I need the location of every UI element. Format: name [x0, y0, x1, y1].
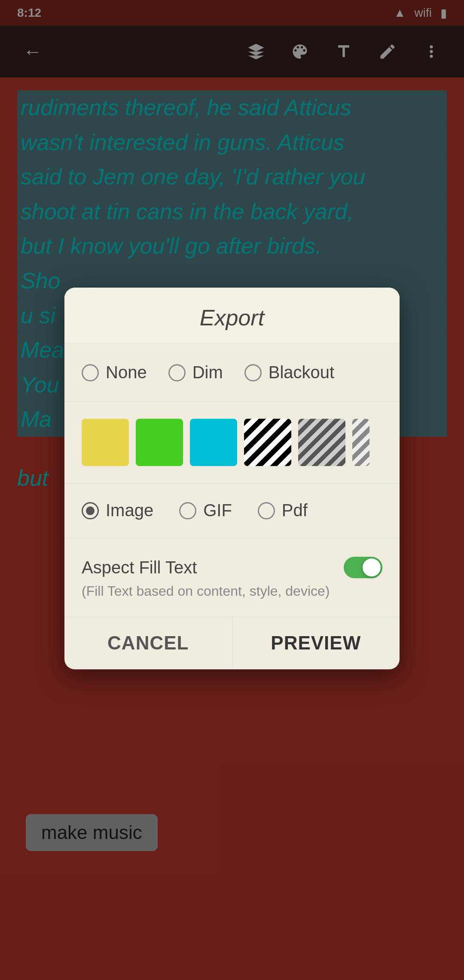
format-pdf-label: Pdf	[282, 501, 308, 520]
mask-blackout-option[interactable]: Blackout	[244, 363, 334, 382]
toggle-hint: (Fill Text based on content, style, devi…	[82, 582, 382, 608]
format-gif-option[interactable]: GIF	[179, 501, 232, 520]
dialog-title: Export	[64, 288, 400, 343]
format-gif-radio[interactable]	[179, 502, 196, 519]
mask-none-label: None	[106, 363, 147, 382]
swatch-zebra1[interactable]	[244, 419, 291, 466]
mask-dim-label: Dim	[192, 363, 223, 382]
format-pdf-option[interactable]: Pdf	[258, 501, 308, 520]
swatch-zebra2[interactable]	[298, 419, 345, 466]
preview-button[interactable]: PREVIEW	[232, 617, 400, 669]
format-pdf-radio[interactable]	[258, 502, 275, 519]
swatch-cyan[interactable]	[190, 419, 237, 466]
format-section: Image GIF Pdf	[64, 483, 400, 537]
mask-blackout-label: Blackout	[269, 363, 334, 382]
aspect-fill-row: Aspect Fill Text	[82, 546, 382, 582]
dialog-buttons: CANCEL PREVIEW	[64, 616, 400, 669]
format-image-label: Image	[106, 501, 153, 520]
cancel-button[interactable]: CANCEL	[64, 617, 232, 669]
format-radio-group: Image GIF Pdf	[82, 492, 382, 529]
swatch-partial[interactable]	[352, 419, 369, 466]
color-swatches	[82, 410, 382, 475]
mask-none-option[interactable]: None	[82, 363, 147, 382]
export-dialog: Export None Dim Blackout	[64, 288, 400, 669]
aspect-fill-section: Aspect Fill Text (Fill Text based on con…	[64, 537, 400, 616]
color-swatches-section	[64, 401, 400, 483]
mask-dim-radio[interactable]	[168, 364, 186, 381]
format-image-radio[interactable]	[82, 502, 99, 519]
mask-radio-group: None Dim Blackout	[82, 352, 382, 392]
swatch-yellow[interactable]	[82, 419, 129, 466]
aspect-fill-label: Aspect Fill Text	[82, 558, 197, 577]
mask-none-radio[interactable]	[82, 364, 99, 381]
format-gif-label: GIF	[203, 501, 232, 520]
mask-options-section: None Dim Blackout	[64, 343, 400, 401]
mask-blackout-radio[interactable]	[244, 364, 262, 381]
swatch-green[interactable]	[136, 419, 183, 466]
format-image-option[interactable]: Image	[82, 501, 153, 520]
mask-dim-option[interactable]: Dim	[168, 363, 223, 382]
aspect-fill-toggle[interactable]	[344, 557, 382, 578]
